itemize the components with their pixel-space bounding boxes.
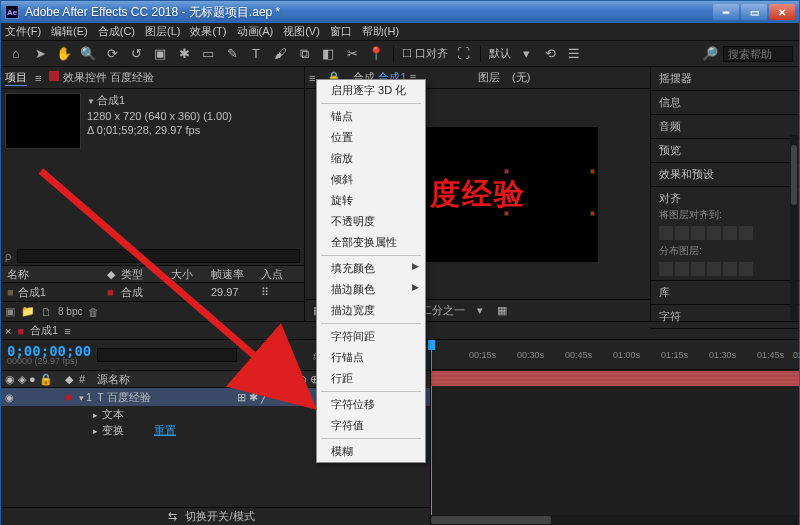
text-layer-content[interactable]: 度经验	[430, 174, 526, 215]
menu-effect[interactable]: 效果(T)	[190, 24, 226, 39]
menu-bar[interactable]: 文件(F) 编辑(E) 合成(C) 图层(L) 效果(T) 动画(A) 视图(V…	[1, 23, 799, 41]
workspace-mode[interactable]: 默认	[489, 46, 511, 61]
brush-tool-icon[interactable]: 🖌	[271, 45, 289, 63]
shape-tool-icon[interactable]: ▭	[199, 45, 217, 63]
distribute-button[interactable]	[739, 262, 753, 276]
timeline-playhead[interactable]	[431, 340, 432, 525]
align-hcenter-button[interactable]	[675, 226, 689, 240]
animate-context-menu[interactable]: 启用逐字 3D 化锚点位置缩放倾斜旋转不透明度全部变换属性填充颜色描边颜色描边宽…	[316, 79, 426, 463]
context-menu-item[interactable]: 行锚点	[317, 347, 425, 368]
delete-icon[interactable]: 🗑	[88, 306, 99, 318]
selection-handle[interactable]	[504, 211, 509, 216]
chevron-down-icon[interactable]: ▾	[517, 45, 535, 63]
context-menu-item[interactable]: 模糊	[317, 441, 425, 462]
context-menu-item[interactable]: 旋转	[317, 190, 425, 211]
distribute-button[interactable]	[707, 262, 721, 276]
right-dock-scrollbar[interactable]	[790, 135, 798, 320]
panel-character[interactable]: 字符	[659, 310, 681, 322]
window-maximize-button[interactable]: ▭	[741, 4, 767, 20]
panel-info[interactable]: 信息	[659, 96, 681, 108]
timeline-track-area[interactable]: 00:15s 00:30s 00:45s 01:00s 01:15s 01:30…	[431, 340, 799, 525]
menu-edit[interactable]: 编辑(E)	[51, 24, 88, 39]
tab-project[interactable]: 项目	[5, 70, 27, 86]
reset-link[interactable]: 重置	[154, 423, 176, 438]
align-top-button[interactable]	[707, 226, 721, 240]
context-menu-item[interactable]: 不透明度	[317, 211, 425, 232]
context-menu-item[interactable]: 描边颜色	[317, 279, 425, 300]
tab-menu-icon[interactable]: ≡	[309, 72, 315, 84]
context-menu-item[interactable]: 位置	[317, 127, 425, 148]
view-options-icon[interactable]: ▦	[495, 304, 509, 318]
filter-search-icon[interactable]: ρ	[5, 250, 11, 262]
context-menu-item[interactable]: 字符位移	[317, 394, 425, 415]
context-menu-item[interactable]: 全部变换属性	[317, 232, 425, 253]
rotate-tool-icon[interactable]: ↺	[127, 45, 145, 63]
panel-rocker[interactable]: 摇摆器	[659, 72, 692, 84]
roto-tool-icon[interactable]: ✂	[343, 45, 361, 63]
project-search-input[interactable]	[17, 249, 300, 263]
timeline-horizontal-scrollbar[interactable]	[431, 515, 799, 525]
align-right-button[interactable]	[691, 226, 705, 240]
menu-view[interactable]: 视图(V)	[283, 24, 320, 39]
window-minimize-button[interactable]: ━	[713, 4, 739, 20]
new-comp-icon[interactable]: 🗋	[41, 306, 52, 318]
timeline-search-input[interactable]	[97, 348, 237, 362]
context-menu-item[interactable]: 字符间距	[317, 326, 425, 347]
zoom-tool-icon[interactable]: 🔍	[79, 45, 97, 63]
camera-tool-icon[interactable]: ▣	[151, 45, 169, 63]
composition-thumbnail[interactable]	[5, 93, 81, 149]
context-menu-item[interactable]: 描边宽度	[317, 300, 425, 321]
anchor-tool-icon[interactable]: ✱	[175, 45, 193, 63]
tab-menu-icon[interactable]: ≡	[35, 72, 41, 84]
twirl-icon[interactable]	[79, 391, 86, 403]
menu-window[interactable]: 窗口	[330, 24, 352, 39]
resolution-dropdown[interactable]: 二分之一	[421, 303, 465, 318]
pen-tool-icon[interactable]: ✎	[223, 45, 241, 63]
timeline-close-icon[interactable]: ×	[5, 325, 11, 337]
align-bottom-button[interactable]	[739, 226, 753, 240]
selection-handle[interactable]	[590, 169, 595, 174]
panel-library[interactable]: 库	[659, 286, 670, 298]
distribute-button[interactable]	[723, 262, 737, 276]
text-tool-icon[interactable]: T	[247, 45, 265, 63]
distribute-button[interactable]	[659, 262, 673, 276]
menu-animation[interactable]: 动画(A)	[237, 24, 274, 39]
bpc-indicator[interactable]: 8 bpc	[58, 306, 82, 317]
context-menu-item[interactable]: 行距	[317, 368, 425, 389]
snap-option-icon[interactable]: ⛶	[454, 45, 472, 63]
panel-preview[interactable]: 预览	[659, 144, 681, 156]
snap-toggle[interactable]: 口对齐	[402, 46, 448, 61]
eye-icon[interactable]	[5, 391, 14, 403]
help-search-input[interactable]	[723, 46, 793, 62]
chevron-down-icon[interactable]: ▾	[473, 304, 487, 318]
panel-effects[interactable]: 效果和预设	[659, 168, 714, 180]
home-icon[interactable]: ⌂	[7, 45, 25, 63]
eraser-tool-icon[interactable]: ◧	[319, 45, 337, 63]
project-item-row[interactable]: 合成1 ■ 合成 29.97 ⠿	[1, 283, 304, 301]
panel-audio[interactable]: 音频	[659, 120, 681, 132]
align-left-button[interactable]	[659, 226, 673, 240]
context-menu-item[interactable]: 缩放	[317, 148, 425, 169]
toggle-switches-icon[interactable]: ⇆	[168, 510, 177, 523]
puppet-tool-icon[interactable]: 📍	[367, 45, 385, 63]
menu-layer[interactable]: 图层(L)	[145, 24, 180, 39]
window-close-button[interactable]: ✕	[769, 4, 795, 20]
sync-icon[interactable]: ☰	[565, 45, 583, 63]
layer-duration-bar[interactable]	[431, 370, 799, 388]
context-menu-item[interactable]: 填充颜色	[317, 258, 425, 279]
layer-tab[interactable]: 图层	[478, 70, 500, 85]
panel-align[interactable]: 对齐	[659, 192, 681, 204]
menu-help[interactable]: 帮助(H)	[362, 24, 399, 39]
new-folder-icon[interactable]: 📁	[21, 305, 35, 318]
orbit-tool-icon[interactable]: ⟳	[103, 45, 121, 63]
context-menu-item[interactable]: 启用逐字 3D 化	[317, 80, 425, 101]
context-menu-item[interactable]: 字符值	[317, 415, 425, 436]
timeline-tab[interactable]: 合成1	[30, 323, 58, 338]
stamp-tool-icon[interactable]: ⧉	[295, 45, 313, 63]
distribute-button[interactable]	[675, 262, 689, 276]
col-options-icon[interactable]: ⠿	[255, 286, 304, 299]
selection-handle[interactable]	[590, 211, 595, 216]
hand-tool-icon[interactable]: ✋	[55, 45, 73, 63]
menu-file[interactable]: 文件(F)	[5, 24, 41, 39]
context-menu-item[interactable]: 倾斜	[317, 169, 425, 190]
